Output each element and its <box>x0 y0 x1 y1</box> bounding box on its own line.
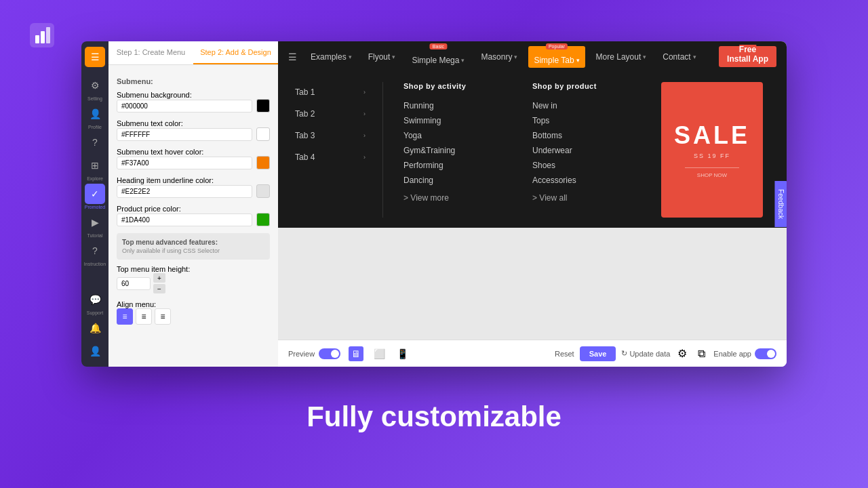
app-logo[interactable] <box>27 20 57 50</box>
product-shoes[interactable]: Shoes <box>532 158 641 173</box>
bottom-right-controls: Reset Save ↻ Update data ⚙ ⧉ Enable app <box>555 346 776 361</box>
sidebar-icon-tutorial[interactable]: ▶ <box>85 212 105 232</box>
menu-tab-3[interactable]: Tab 3 › <box>288 125 372 146</box>
menu-tab-1-arrow: › <box>363 89 366 96</box>
activity-gym[interactable]: Gym&Training <box>403 143 512 158</box>
nav-simple-tab[interactable]: Popular Simple Tab ▾ <box>528 46 585 68</box>
device-mobile-icon[interactable]: 📱 <box>395 346 410 361</box>
sidebar-icon-instruction[interactable]: ? <box>85 241 105 261</box>
settings-icon[interactable]: ⚙ <box>675 347 689 361</box>
submenu-text-input[interactable] <box>117 128 252 141</box>
submenu-hover-swatch[interactable] <box>256 156 270 169</box>
activity-view-more[interactable]: > View more <box>403 190 512 205</box>
chevron-masonry: ▾ <box>514 54 517 60</box>
product-underwear[interactable]: Underwear <box>532 143 641 158</box>
submenu-text-swatch[interactable] <box>256 127 270 141</box>
submenu-hover-input[interactable] <box>117 157 252 169</box>
menu-tab-1[interactable]: Tab 1 › <box>288 82 372 102</box>
height-input[interactable] <box>117 277 151 290</box>
submenu-bg-input[interactable] <box>117 100 252 113</box>
align-left-btn[interactable]: ≡ <box>117 308 133 325</box>
sidebar-icon-help[interactable]: ? <box>85 132 105 152</box>
product-view-all[interactable]: > View all <box>532 190 641 205</box>
nav-install-app[interactable]: Free Install App <box>719 46 776 67</box>
preview-switch[interactable] <box>319 348 340 359</box>
enable-knob <box>767 350 775 358</box>
sale-divider <box>685 167 739 168</box>
enable-switch[interactable] <box>755 348 776 359</box>
activity-yoga[interactable]: Yoga <box>403 128 512 143</box>
activity-dancing[interactable]: Dancing <box>403 173 512 188</box>
sidebar-icon-bell[interactable]: 🔔 <box>85 318 105 338</box>
device-tablet-icon[interactable]: ⬜ <box>372 346 387 361</box>
sale-main-text: SALE <box>674 121 750 150</box>
tab-add-design[interactable]: Step 2: Add & Design <box>193 41 278 64</box>
heading-underline-input[interactable] <box>117 185 252 198</box>
reset-button[interactable]: Reset <box>555 350 574 358</box>
product-price-label: Product price color: <box>117 205 181 213</box>
height-increment[interactable]: + <box>153 273 165 283</box>
sidebar-label-setting: Setting <box>87 96 102 101</box>
activity-column: Shop by activity Running Swimming Yoga G… <box>403 82 512 218</box>
sidebar-icon-promoted[interactable]: ✓ <box>85 184 105 204</box>
advanced-section: Top menu advanced features: Only availab… <box>117 233 270 260</box>
nav-more-layout[interactable]: More Layout ▾ <box>591 49 652 64</box>
svg-rect-2 <box>41 31 45 43</box>
copy-icon[interactable]: ⧉ <box>694 347 708 361</box>
nav-more-layout-label: More Layout <box>596 52 642 62</box>
badge-popular: Popular <box>546 43 568 49</box>
sidebar-icon-explore[interactable]: ⊞ <box>85 155 105 176</box>
update-button[interactable]: ↻ Update data <box>621 349 670 358</box>
save-button[interactable]: Save <box>580 346 616 361</box>
product-price-swatch[interactable] <box>256 213 270 226</box>
nav-masonry-label: Masonry <box>481 52 512 62</box>
refresh-icon: ↻ <box>621 349 627 358</box>
enable-label: Enable app <box>713 350 751 358</box>
align-group: Align menu: ≡ ≡ ≡ <box>117 300 270 325</box>
badge-free: Free <box>739 45 756 54</box>
activity-performing[interactable]: Performing <box>403 158 512 173</box>
bottom-bar: Preview 🖥 ⬜ 📱 Reset Save ↻ Update data ⚙… <box>278 340 787 367</box>
sidebar-label-tutorial: Tutorial <box>87 233 102 238</box>
product-bottoms[interactable]: Bottoms <box>532 128 641 143</box>
menu-tab-1-label: Tab 1 <box>295 87 315 97</box>
sidebar-icon-support[interactable]: 💬 <box>85 289 105 310</box>
align-right-btn[interactable]: ≡ <box>155 308 171 325</box>
settings-panel: Step 1: Create Menu Step 2: Add & Design… <box>108 41 278 367</box>
tab-create-menu[interactable]: Step 1: Create Menu <box>108 41 193 64</box>
sidebar-icon-setting[interactable]: ⚙ <box>85 75 105 96</box>
menu-tab-2-label: Tab 2 <box>295 109 315 119</box>
height-decrement[interactable]: − <box>153 284 165 293</box>
submenu-bg-swatch[interactable] <box>256 99 270 113</box>
menu-tab-2[interactable]: Tab 2 › <box>288 104 372 124</box>
nav-simple-mega[interactable]: Basic Simple Mega ▾ <box>406 46 470 68</box>
activity-heading: Shop by activity <box>403 82 512 90</box>
nav-examples[interactable]: Examples ▾ <box>305 49 357 64</box>
hamburger-icon[interactable]: ☰ <box>288 52 297 62</box>
menu-tab-4-arrow: › <box>363 154 366 161</box>
update-label: Update data <box>629 350 670 358</box>
product-new-in[interactable]: New in <box>532 98 641 113</box>
heading-underline-swatch[interactable] <box>256 184 270 198</box>
sidebar-icon-profile[interactable]: 👤 <box>85 104 105 124</box>
sidebar-icon-user[interactable]: 👤 <box>85 341 105 361</box>
device-desktop-icon[interactable]: 🖥 <box>349 346 363 361</box>
align-center-btn[interactable]: ≡ <box>136 308 152 325</box>
activity-running[interactable]: Running <box>403 98 512 113</box>
sale-sub-text: SS 19 FF <box>694 152 730 159</box>
menu-tab-3-arrow: › <box>363 132 366 139</box>
activity-swimming[interactable]: Swimming <box>403 113 512 128</box>
menu-tab-4[interactable]: Tab 4 › <box>288 147 372 167</box>
gray-area <box>278 228 787 340</box>
mega-menu: Tab 1 › Tab 2 › Tab 3 › Tab 4 › Shop <box>278 72 787 228</box>
nav-contact[interactable]: Contact ▾ <box>657 49 701 64</box>
feedback-tab[interactable]: Feedback <box>775 181 787 227</box>
nav-masonry[interactable]: Masonry ▾ <box>475 49 523 64</box>
sidebar-icon-menu[interactable]: ☰ <box>85 47 105 67</box>
nav-flyout[interactable]: Flyout ▾ <box>363 49 401 64</box>
menu-tab-2-arrow: › <box>363 110 366 117</box>
product-accessories[interactable]: Accessories <box>532 173 641 188</box>
product-price-input[interactable] <box>117 214 252 226</box>
product-tops[interactable]: Tops <box>532 113 641 128</box>
heading-underline-label: Heading item underline color: <box>117 176 214 184</box>
